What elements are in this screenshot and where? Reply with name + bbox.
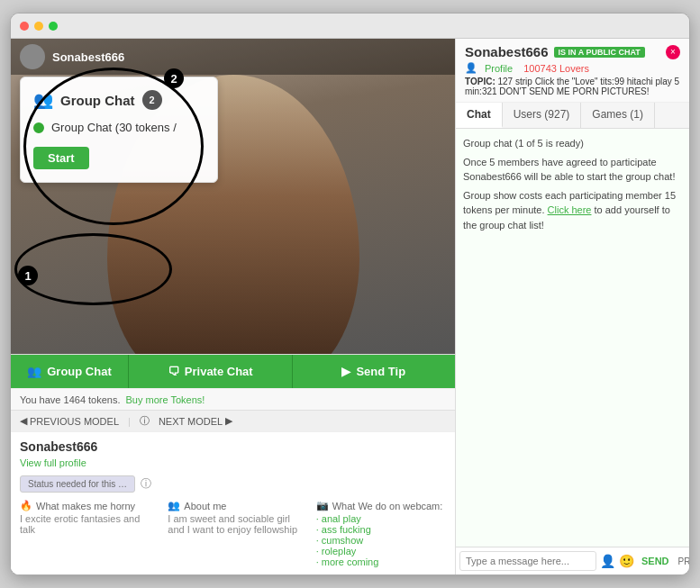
send-tip-label: Send Tip [356, 365, 405, 378]
group-chat-icon-btn: 👥 [27, 365, 41, 378]
send-tip-icon: ▶ [341, 365, 350, 378]
main-content: Sonabest666 👥 Group Chat 2 Group Chat (3… [11, 39, 689, 574]
lovers-count: 100743 Lovers [523, 63, 589, 74]
popup-title: Group Chat [60, 93, 135, 108]
profile-row: 👤 Profile 100743 Lovers [465, 62, 680, 74]
minimize-dot[interactable] [34, 22, 43, 31]
about-col: 👥 About me I am sweet and sociable girl … [168, 500, 297, 567]
chat-input-row: 👤 🙂 SEND PRIVATE MESSAGE [456, 547, 689, 574]
webcam-item: · anal play [316, 513, 446, 524]
group-chat-label: Group Chat [47, 365, 112, 378]
chat-tabs: Chat Users (927) Games (1) [456, 103, 689, 129]
profile-link[interactable]: Profile [485, 63, 513, 74]
chat-username: Sonabest666 [465, 44, 549, 59]
tokens-bar: You have 1464 tokens. Buy more Tokens! [11, 388, 455, 410]
webcam-item: · roleplay [316, 546, 446, 556]
about-title: 👥 About me [168, 500, 297, 511]
tab-games[interactable]: Games (1) [581, 103, 655, 128]
help-icon[interactable]: ⓘ [140, 414, 150, 428]
private-message-button[interactable]: PRIVATE MESSAGE [677, 556, 689, 566]
next-arrow: ▶ [225, 415, 232, 427]
tab-chat[interactable]: Chat [456, 103, 503, 128]
status-button[interactable]: Status needed for this … [20, 475, 135, 493]
info-columns: 🔥 What makes me horny I excite erotic fa… [20, 500, 446, 567]
topic-text: 127 strip Click the "Love" tits:99 hitac… [465, 77, 679, 96]
send-tip-button[interactable]: ▶ Send Tip [292, 355, 456, 388]
prev-arrow: ◀ [20, 415, 27, 427]
buy-tokens-link[interactable]: Buy more Tokens! [126, 394, 205, 405]
public-badge: IS IN A PUBLIC CHAT [554, 47, 645, 58]
chat-input[interactable] [459, 551, 596, 571]
chat-message-2: Once 5 members have agreed to participat… [463, 155, 682, 185]
info-icon: ⓘ [141, 476, 151, 492]
start-button[interactable]: Start [33, 147, 89, 169]
next-model-button[interactable]: NEXT MODEL ▶ [159, 415, 232, 427]
private-chat-button[interactable]: 🗨 Private Chat [128, 355, 292, 388]
send-button[interactable]: SEND [638, 556, 673, 566]
group-chat-icon: 👥 [33, 90, 53, 110]
annotation-number-1: 1 [18, 266, 38, 285]
about-text: I am sweet and sociable girl and I want … [168, 513, 297, 535]
tokens-text: You have 1464 tokens. [20, 394, 121, 405]
horny-text: I excite erotic fantasies and talk [20, 513, 150, 535]
username-row: Sonabest666 IS IN A PUBLIC CHAT × [465, 44, 680, 59]
private-chat-label: Private Chat [185, 365, 253, 378]
webcam-col: 📷 What We do on webcam: · anal play· ass… [316, 500, 446, 567]
tab-users[interactable]: Users (927) [503, 103, 582, 128]
title-bar [11, 14, 689, 39]
group-chat-popup: 👥 Group Chat 2 Group Chat (30 tokens / S… [20, 77, 218, 183]
popup-header: 👥 Group Chat 2 [33, 90, 205, 110]
model-avatar-small [20, 44, 45, 69]
emoji-button[interactable]: 🙂 [619, 554, 634, 568]
popup-badge: 2 [142, 90, 162, 110]
profile-info: Sonabest666 View full profile Status nee… [11, 431, 455, 574]
webcam-item: · more coming [316, 556, 446, 567]
browser-window: Sonabest666 👥 Group Chat 2 Group Chat (3… [10, 13, 690, 575]
nav-separator: | [128, 416, 131, 427]
prev-label: PREVIOUS MODEL [30, 416, 119, 427]
webcam-item: · ass fucking [316, 524, 446, 535]
chat-message-3: Group show costs each participating memb… [463, 188, 682, 233]
view-profile-link[interactable]: View full profile [20, 457, 446, 468]
nav-bar: ◀ PREVIOUS MODEL | ⓘ NEXT MODEL ▶ [11, 410, 455, 431]
chat-message-1: Group chat (1 of 5 is ready) [463, 136, 682, 151]
model-name-overlay: Sonabest666 [52, 50, 124, 64]
profile-icon: 👤 [465, 62, 477, 74]
left-panel: Sonabest666 👥 Group Chat 2 Group Chat (3… [11, 39, 455, 574]
close-button[interactable]: × [666, 45, 680, 59]
webcam-item: · cumshow [316, 535, 446, 546]
profile-name: Sonabest666 [20, 439, 446, 454]
webcam-title: 📷 What We do on webcam: [316, 500, 446, 511]
previous-model-button[interactable]: ◀ PREVIOUS MODEL [20, 415, 119, 427]
chat-header: Sonabest666 IS IN A PUBLIC CHAT × 👤 Prof… [456, 39, 689, 103]
bottom-bar: 👥 Group Chat 🗨 Private Chat ▶ Send Tip [11, 354, 455, 388]
horny-col: 🔥 What makes me horny I excite erotic fa… [20, 500, 150, 567]
webcam-items: · anal play· ass fucking· cumshow· rolep… [316, 513, 446, 567]
next-label: NEXT MODEL [159, 416, 223, 427]
person-icon: 👤 [600, 554, 615, 568]
annotation-number-2: 2 [164, 68, 184, 88]
popup-option-label: Group Chat (30 tokens / [51, 121, 177, 134]
video-overlay-top: Sonabest666 [11, 39, 455, 75]
click-here-link[interactable]: Click here [548, 204, 592, 215]
radio-dot [33, 122, 44, 133]
private-chat-icon: 🗨 [168, 365, 179, 378]
popup-option: Group Chat (30 tokens / [33, 121, 205, 134]
horny-title: 🔥 What makes me horny [20, 500, 150, 511]
topic-row: TOPIC: 127 strip Click the "Love" tits:9… [465, 77, 680, 96]
maximize-dot[interactable] [49, 22, 58, 31]
chat-messages: Group chat (1 of 5 is ready) Once 5 memb… [456, 129, 689, 547]
video-container: Sonabest666 👥 Group Chat 2 Group Chat (3… [11, 39, 455, 354]
right-panel: Sonabest666 IS IN A PUBLIC CHAT × 👤 Prof… [455, 39, 689, 574]
close-dot[interactable] [20, 22, 29, 31]
topic-label: TOPIC: [465, 77, 495, 86]
group-chat-button[interactable]: 👥 Group Chat [11, 355, 128, 388]
